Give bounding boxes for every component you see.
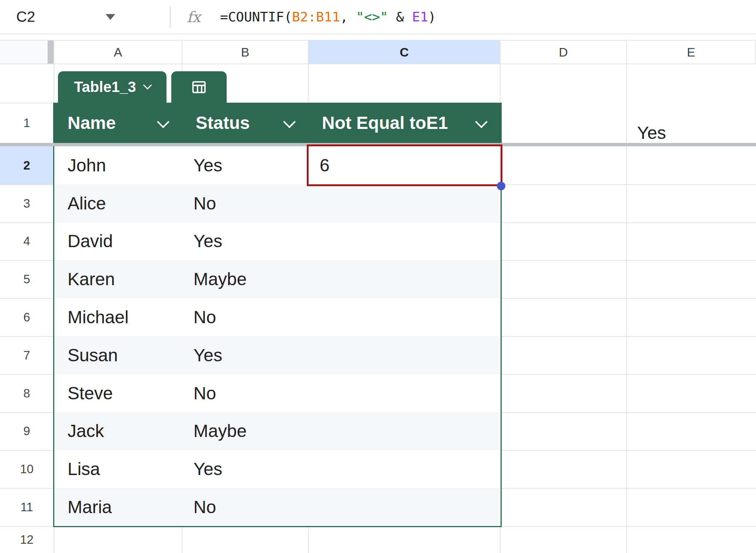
table-body: John Yes 6 Alice No David Yes Karen Mayb… [54, 146, 501, 526]
gridline [501, 412, 756, 413]
status-cell[interactable]: Yes [182, 336, 309, 374]
table: Name Status Not Equal to E1 John Yes 6 [53, 103, 502, 527]
formula-token-ref: E1 [412, 9, 428, 24]
table-header-row: Name Status Not Equal to E1 [54, 103, 501, 143]
gridline [308, 64, 309, 103]
gridline [501, 450, 756, 451]
cell[interactable] [309, 488, 501, 526]
column-header-C[interactable]: C [309, 41, 501, 64]
row-header-5[interactable]: 5 [0, 260, 54, 298]
chevron-down-icon[interactable] [157, 116, 169, 128]
status-cell[interactable]: No [182, 374, 309, 412]
formula-bar-divider [170, 6, 171, 28]
cell[interactable] [309, 298, 501, 336]
chevron-down-icon [143, 81, 152, 89]
name-box-dropdown-icon[interactable] [106, 14, 115, 20]
column-header-B[interactable]: B [182, 41, 309, 64]
name-cell[interactable]: Jack [54, 412, 182, 450]
row-header-11[interactable]: 11 [0, 488, 54, 526]
table-name-chip[interactable]: Table1_3 [58, 71, 166, 103]
status-cell[interactable]: Maybe [182, 260, 309, 298]
row-header-9[interactable]: 9 [0, 412, 54, 450]
table-row: John Yes 6 [54, 146, 501, 184]
name-cell[interactable]: Susan [54, 336, 182, 374]
header-label: Not Equal to [322, 113, 426, 133]
cell[interactable] [309, 374, 501, 412]
cell[interactable] [309, 336, 501, 374]
name-cell[interactable]: Alice [54, 184, 182, 222]
header-label: Name [68, 113, 116, 133]
table-header-status[interactable]: Status [182, 103, 309, 143]
gridline [501, 488, 756, 489]
cell[interactable] [309, 184, 501, 222]
formula-bar: C2 fx =COUNTIF(B2:B11, "<>" & E1) [0, 0, 756, 34]
row-header-10[interactable]: 10 [0, 450, 54, 488]
status-cell[interactable]: Yes [182, 146, 309, 184]
gridline [501, 374, 756, 375]
table-row: Susan Yes [54, 336, 501, 374]
name-cell[interactable]: Lisa [54, 450, 182, 488]
fill-handle[interactable] [497, 182, 505, 190]
gridline [500, 64, 501, 103]
name-cell[interactable]: Maria [54, 488, 182, 526]
formula-token-range: B2:B11 [292, 9, 340, 24]
cell[interactable] [309, 260, 501, 298]
cell-E1[interactable]: Yes [637, 103, 666, 149]
gridline [501, 336, 756, 337]
table-header-not-equal[interactable]: Not Equal to E1 [309, 103, 501, 143]
gridline [182, 526, 182, 553]
status-cell[interactable]: No [182, 488, 309, 526]
table-row: Lisa Yes [54, 450, 501, 488]
name-cell[interactable]: Michael [54, 298, 182, 336]
column-header-row: A B C D E [0, 40, 756, 64]
formula-token: =COUNTIF( [220, 9, 292, 24]
row-header-3[interactable]: 3 [0, 184, 54, 222]
spreadsheet-app: C2 fx =COUNTIF(B2:B11, "<>" & E1) A B C … [0, 0, 756, 553]
cell[interactable] [309, 412, 501, 450]
formula-token-string: "<>" [356, 9, 388, 24]
status-cell[interactable]: No [182, 184, 309, 222]
status-cell[interactable]: Maybe [182, 412, 309, 450]
corner-band [48, 41, 54, 64]
row-header-7[interactable]: 7 [0, 336, 54, 374]
table-row: Maria No [54, 488, 501, 526]
column-header-E[interactable]: E [627, 41, 756, 64]
cell-C2[interactable]: 6 [309, 146, 501, 184]
name-cell[interactable]: John [54, 146, 182, 184]
chevron-down-icon[interactable] [283, 116, 296, 128]
gridline [501, 184, 756, 185]
table-header-name[interactable]: Name [54, 103, 182, 143]
name-box[interactable]: C2 [16, 0, 35, 34]
row-header-4[interactable]: 4 [0, 222, 54, 260]
fx-icon: fx [187, 0, 200, 34]
status-cell[interactable]: No [182, 298, 309, 336]
formula-token: , [340, 9, 356, 24]
formula-token: & [388, 9, 412, 24]
name-cell[interactable]: Karen [54, 260, 182, 298]
cell[interactable] [309, 222, 501, 260]
table-row: Michael No [54, 298, 501, 336]
name-cell[interactable]: David [54, 222, 182, 260]
table-row: Steve No [54, 374, 501, 412]
cell[interactable] [309, 450, 501, 488]
formula-input[interactable]: =COUNTIF(B2:B11, "<>" & E1) [220, 0, 436, 34]
column-header-A[interactable]: A [54, 41, 182, 64]
column-header-D[interactable]: D [501, 41, 627, 64]
table-row: Karen Maybe [54, 260, 501, 298]
gridline [501, 526, 756, 527]
row-header-6[interactable]: 6 [0, 298, 54, 336]
gridline [626, 64, 627, 553]
row-header-12[interactable]: 12 [0, 526, 54, 553]
gridline [501, 260, 756, 261]
chevron-down-icon[interactable] [475, 116, 488, 128]
table-menu-chip[interactable] [171, 71, 227, 103]
row-header-8[interactable]: 8 [0, 374, 54, 412]
status-cell[interactable]: Yes [182, 450, 309, 488]
name-cell[interactable]: Steve [54, 374, 182, 412]
row-header-2[interactable]: 2 [0, 146, 54, 184]
row-header-1[interactable]: 1 [0, 103, 54, 143]
frozen-row-divider[interactable] [0, 143, 756, 146]
gridline [500, 526, 501, 553]
select-all-corner[interactable] [0, 41, 54, 64]
status-cell[interactable]: Yes [182, 222, 309, 260]
